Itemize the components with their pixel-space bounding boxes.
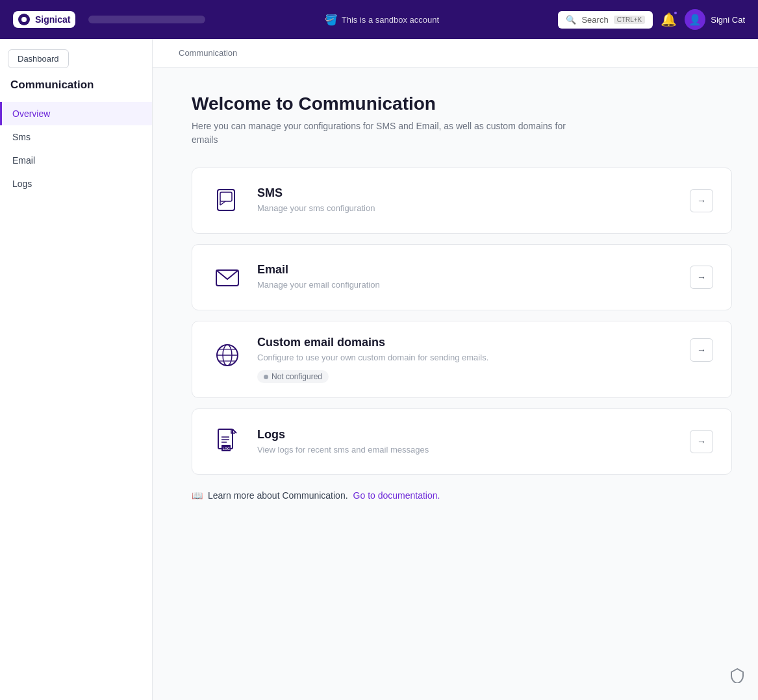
sandbox-icon: 🪣 — [325, 14, 338, 26]
sms-card-title: SMS — [257, 186, 677, 200]
globe-icon — [210, 338, 244, 372]
email-icon — [210, 260, 244, 294]
avatar: 👤 — [685, 9, 705, 30]
search-label: Search — [581, 15, 608, 25]
sidebar-item-overview[interactable]: Overview — [0, 102, 152, 125]
custom-domains-card-body: Custom email domains Configure to use yo… — [257, 336, 677, 383]
logs-card-desc: View logs for recent sms and email messa… — [257, 444, 677, 456]
not-configured-badge: Not configured — [257, 370, 329, 383]
sms-arrow-button[interactable]: → — [690, 189, 713, 212]
search-shortcut: CTRL+K — [614, 16, 646, 24]
custom-domains-card-desc: Configure to use your own custom domain … — [257, 352, 677, 364]
breadcrumb: Communication — [153, 39, 758, 68]
dashboard-button[interactable]: Dashboard — [8, 49, 69, 68]
page-title: Welcome to Communication — [192, 94, 732, 114]
email-card-body: Email Manage your email configuration — [257, 263, 677, 291]
content-area: Welcome to Communication Here you can ma… — [153, 68, 758, 527]
custom-domains-card[interactable]: Custom email domains Configure to use yo… — [192, 321, 732, 398]
top-header: Signicat 🪣 This is a sandbox account 🔍 S… — [0, 0, 758, 39]
shield-icon — [729, 668, 745, 687]
custom-domains-card-title: Custom email domains — [257, 336, 677, 349]
badge-dot — [264, 375, 268, 379]
email-card-title: Email — [257, 263, 677, 277]
page-subtitle: Here you can manage your configurations … — [192, 119, 581, 147]
footer-text: Learn more about Communication. — [208, 490, 348, 501]
sidebar-item-logs[interactable]: Logs — [0, 172, 152, 195]
logs-card-body: Logs View logs for recent sms and email … — [257, 428, 677, 456]
main-content: Communication Welcome to Communication H… — [153, 39, 758, 700]
logo-text: Signicat — [35, 14, 70, 25]
header-right: 🔍 Search CTRL+K 🔔 👤 Signi Cat — [558, 9, 745, 30]
sidebar-item-email[interactable]: Email — [0, 149, 152, 172]
main-layout: Dashboard Communication Overview Sms Ema… — [0, 39, 758, 700]
email-card[interactable]: Email Manage your email configuration → — [192, 244, 732, 310]
sidebar: Dashboard Communication Overview Sms Ema… — [0, 39, 153, 700]
sms-icon — [210, 184, 244, 218]
svg-line-2 — [220, 201, 225, 205]
sandbox-text: This is a sandbox account — [342, 15, 439, 25]
logs-arrow-button[interactable]: → — [690, 430, 713, 453]
documentation-link[interactable]: Go to documentation. — [353, 490, 440, 501]
user-name: Signi Cat — [711, 15, 745, 25]
user-menu-button[interactable]: 👤 Signi Cat — [685, 9, 745, 30]
nav-pill — [88, 16, 205, 23]
svg-rect-1 — [220, 192, 232, 201]
sidebar-item-sms[interactable]: Sms — [0, 125, 152, 149]
badge-text: Not configured — [272, 372, 322, 381]
book-icon: 📖 — [192, 490, 203, 501]
logs-card-title: Logs — [257, 428, 677, 442]
svg-text:LOG: LOG — [223, 447, 230, 451]
search-icon: 🔍 — [566, 15, 576, 25]
notifications-button[interactable]: 🔔 — [661, 12, 677, 27]
sms-card-body: SMS Manage your sms configuration — [257, 186, 677, 214]
search-box[interactable]: 🔍 Search CTRL+K — [558, 11, 653, 29]
email-arrow-button[interactable]: → — [690, 266, 713, 289]
sidebar-section-title: Communication — [0, 79, 152, 102]
sandbox-notice: 🪣 This is a sandbox account — [218, 14, 545, 26]
logs-card[interactable]: LOG Logs View logs for recent sms and em… — [192, 408, 732, 475]
logs-icon: LOG — [210, 425, 244, 458]
logo[interactable]: Signicat — [13, 11, 75, 28]
sms-card[interactable]: SMS Manage your sms configuration → — [192, 168, 732, 234]
custom-domains-arrow-button[interactable]: → — [690, 338, 713, 362]
notification-dot — [673, 10, 678, 16]
sms-card-desc: Manage your sms configuration — [257, 203, 677, 214]
footer-doc-link: 📖 Learn more about Communication. Go to … — [192, 490, 732, 501]
logo-icon — [18, 14, 30, 25]
email-card-desc: Manage your email configuration — [257, 279, 677, 291]
